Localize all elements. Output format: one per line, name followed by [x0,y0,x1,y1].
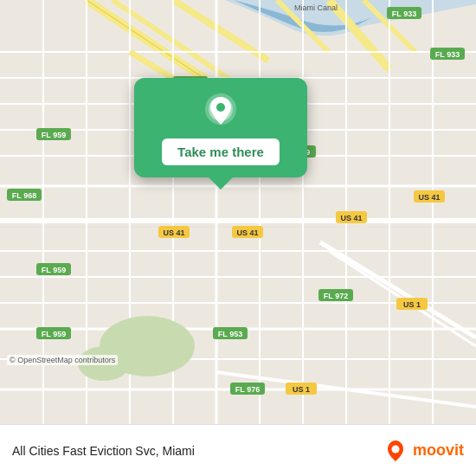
moovit-brand-text: moovit [413,441,464,460]
bottom-bar: All Cities Fast Eviction Svc, Miami moov… [0,424,476,476]
svg-text:Miami Canal: Miami Canal [294,3,338,12]
place-name: All Cities Fast Eviction Svc, Miami [12,444,195,458]
svg-text:US 1: US 1 [293,385,310,394]
svg-text:FL 972: FL 972 [324,292,348,300]
svg-text:FL 959: FL 959 [42,266,66,274]
osm-credit: © OpenStreetMap contributors [7,355,118,365]
svg-text:US 41: US 41 [163,228,184,237]
svg-text:FL 959: FL 959 [42,131,66,139]
popup-card: Take me there [134,78,307,177]
svg-text:US 41: US 41 [418,193,440,202]
svg-text:FL 933: FL 933 [435,50,460,59]
svg-text:US 1: US 1 [403,300,421,309]
svg-text:US 41: US 41 [236,228,258,237]
svg-text:FL 959: FL 959 [42,330,66,338]
take-me-there-button[interactable]: Take me there [162,138,280,165]
svg-point-75 [216,103,225,112]
svg-text:FL 976: FL 976 [235,385,260,394]
location-pin-icon [202,92,240,130]
svg-text:FL 933: FL 933 [392,10,416,18]
svg-text:FL 953: FL 953 [218,330,242,338]
moovit-logo: moovit [383,439,464,463]
svg-point-76 [391,445,399,453]
svg-text:FL 968: FL 968 [12,191,36,200]
map-container: Miami Canal FL 933 FL 933 FL 962 FL 959 … [0,0,476,424]
moovit-pin-icon [383,439,408,463]
svg-text:US 41: US 41 [340,214,362,222]
